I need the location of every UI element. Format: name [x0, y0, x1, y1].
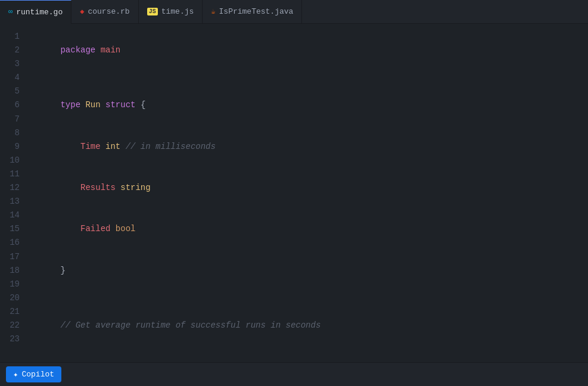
- code-line-2: [30, 71, 588, 85]
- tab-label: time.js: [161, 7, 194, 16]
- line-number: 21: [0, 305, 20, 319]
- line-number: 16: [0, 236, 20, 250]
- line-number: 12: [0, 181, 20, 195]
- line-number: 8: [0, 126, 20, 140]
- line-number: 11: [0, 167, 20, 181]
- line-number: 2: [0, 43, 20, 57]
- line-number: 5: [0, 85, 20, 98]
- code-line-7: }: [30, 250, 588, 291]
- tab-label: IsPrimeTest.java: [219, 7, 294, 16]
- line-number: 9: [0, 140, 20, 154]
- tab-label: runtime.go: [16, 8, 63, 17]
- line-number: 18: [0, 264, 20, 278]
- copilot-icon: ✦: [13, 369, 18, 379]
- line-numbers: 1 2 3 4 5 6 7 8 9 10 11 12 13 14 15 16 1…: [0, 24, 27, 362]
- bottom-bar: ✦ Copilot: [0, 362, 588, 386]
- code-line-6: Failed bool: [30, 208, 588, 250]
- tab-isprime-java[interactable]: ☕ IsPrimeTest.java: [203, 0, 302, 24]
- line-number: 7: [0, 113, 20, 126]
- tab-label: course.rb: [88, 7, 129, 16]
- code-line-4: Time int // in milliseconds: [30, 126, 588, 167]
- code-line-8: [30, 291, 588, 305]
- copilot-button[interactable]: ✦ Copilot: [6, 366, 61, 382]
- line-number: 4: [0, 71, 20, 85]
- go-file-icon: ∞: [8, 8, 13, 16]
- tab-course-rb[interactable]: ◆ course.rb: [71, 0, 138, 24]
- tab-time-js[interactable]: JS time.js: [139, 0, 203, 24]
- line-number: 1: [0, 30, 20, 43]
- code-line-1: package main: [30, 30, 588, 71]
- copilot-label: Copilot: [21, 370, 54, 379]
- line-number: 19: [0, 278, 20, 291]
- line-number: 14: [0, 208, 20, 222]
- code-text[interactable]: package main type Run struct { Time int …: [27, 24, 588, 362]
- line-number: 13: [0, 195, 20, 208]
- tab-runtime-go[interactable]: ∞ runtime.go: [0, 0, 71, 24]
- js-file-icon: JS: [147, 8, 158, 15]
- line-number: 15: [0, 222, 20, 236]
- line-number: 3: [0, 57, 20, 71]
- rb-file-icon: ◆: [80, 7, 84, 16]
- code-line-9: // Get average runtime of successful run…: [30, 305, 588, 346]
- code-line-10: func averageRuntimeInSeconds(runs []Run)…: [30, 346, 588, 362]
- line-number: 22: [0, 319, 20, 332]
- line-number: 20: [0, 291, 20, 305]
- code-line-3: type Run struct {: [30, 85, 588, 126]
- line-number: 10: [0, 154, 20, 167]
- code-editor: 1 2 3 4 5 6 7 8 9 10 11 12 13 14 15 16 1…: [0, 24, 588, 362]
- code-line-5: Results string: [30, 167, 588, 208]
- line-number: 17: [0, 250, 20, 264]
- java-file-icon: ☕: [211, 7, 215, 16]
- line-number: 6: [0, 98, 20, 112]
- line-number: 23: [0, 332, 20, 346]
- tab-bar: ∞ runtime.go ◆ course.rb JS time.js ☕ Is…: [0, 0, 588, 24]
